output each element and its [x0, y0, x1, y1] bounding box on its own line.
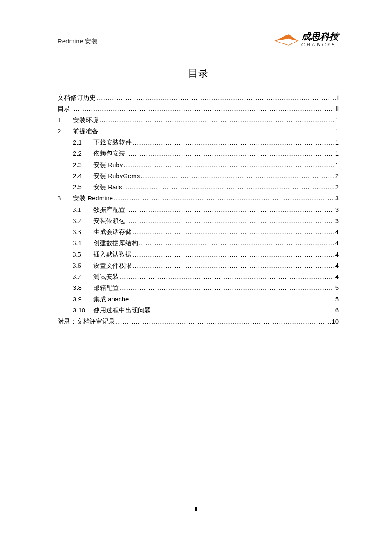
company-logo: 成思科技 CHANCES [274, 32, 339, 47]
toc-entry[interactable]: 2.5安装 Rails2 [58, 182, 339, 193]
toc-leader-dots [129, 294, 334, 305]
toc-entry-page: 3 [334, 193, 339, 204]
toc-entry[interactable]: 2.4安装 RubyGems2 [58, 171, 339, 182]
toc-entry-page: 4 [334, 226, 339, 237]
toc-entry-label: 前提准备 [73, 126, 98, 137]
toc-entry[interactable]: 3.9集成 apache5 [58, 294, 339, 305]
toc-leader-dots [125, 204, 334, 215]
toc-entry-page: ii [335, 103, 339, 114]
toc-entry-page: 3 [334, 204, 339, 215]
toc-entry-label: 邮箱配置 [93, 282, 119, 293]
toc-entry-label: 安装 Ruby [93, 159, 123, 171]
toc-entry-number: 3.5 [73, 249, 93, 260]
toc-entry-number: 1 [58, 115, 73, 126]
toc-entry-label: 设置文件权限 [93, 260, 132, 271]
toc-entry-number: 3.9 [73, 294, 93, 305]
toc-leader-dots [132, 226, 334, 237]
toc-leader-dots [96, 92, 337, 103]
toc-leader-dots [132, 137, 334, 148]
toc-entry[interactable]: 2.2依赖包安装 1 [58, 148, 339, 159]
header-title: Redmine 安装 [58, 38, 98, 47]
toc-entry-number: 2.5 [73, 182, 93, 193]
toc-entry-label: 附录：文档评审记录 [58, 316, 115, 327]
toc-leader-dots [125, 215, 334, 226]
toc-entry-number: 3.10 [73, 305, 93, 316]
toc-entry-page: 6 [334, 305, 339, 316]
toc-entry-number: 3.6 [73, 260, 93, 271]
toc-leader-dots [140, 171, 334, 182]
toc-heading: 目录 [58, 66, 339, 80]
toc-entry-number: 2 [58, 126, 73, 137]
toc-entry[interactable]: 2.3安装 Ruby 1 [58, 159, 339, 171]
toc-entry-page: 2 [334, 171, 339, 182]
toc-entry-page: 5 [334, 294, 339, 305]
toc-leader-dots [138, 237, 334, 249]
toc-entry-label: 数据库配置 [93, 204, 125, 215]
toc-entry-page: 4 [334, 271, 339, 282]
toc-entry-label: 依赖包安装 [93, 148, 125, 159]
toc-entry[interactable]: 3.6设置文件权限4 [58, 260, 339, 271]
toc-leader-dots [132, 260, 334, 271]
toc-leader-dots [123, 159, 334, 171]
toc-entry-label: 安装 RubyGems [93, 171, 140, 182]
toc-leader-dots [132, 249, 334, 260]
toc-entry-number: 2.4 [73, 171, 93, 182]
toc-leader-dots [98, 115, 334, 126]
toc-entry[interactable]: 3.7测试安装4 [58, 271, 339, 282]
toc-entry-page: 1 [334, 159, 339, 171]
toc-entry[interactable]: 3.4创建数据库结构4 [58, 237, 339, 249]
toc-entry-page: 4 [334, 260, 339, 271]
toc-entry-page: 1 [334, 148, 339, 159]
toc-entry-page: 1 [334, 115, 339, 126]
page-header: Redmine 安装 成思科技 CHANCES [58, 32, 339, 49]
toc-leader-dots [122, 182, 334, 193]
page-number-footer: ii [0, 506, 392, 512]
toc-entry[interactable]: 3.2安装依赖包3 [58, 215, 339, 226]
toc-entry-label: 生成会话存储 [93, 226, 132, 237]
toc-entry[interactable]: 3安装 Redmine3 [58, 193, 339, 204]
toc-entry-number: 2.3 [73, 159, 93, 171]
toc-entry-label: 安装依赖包 [93, 215, 125, 226]
toc-entry[interactable]: 文档修订历史i [58, 92, 339, 103]
toc-entry-number: 3.2 [73, 215, 93, 226]
toc-entry[interactable]: 3.3生成会话存储4 [58, 226, 339, 237]
toc-entry-page: 10 [331, 316, 339, 327]
document-page: Redmine 安装 成思科技 CHANCES 目录 文档修订历史i目录ii1安… [0, 0, 392, 327]
toc-entry-number: 2.2 [73, 148, 93, 159]
toc-entry-number: 3.3 [73, 226, 93, 237]
toc-entry[interactable]: 3.5插入默认数据4 [58, 249, 339, 260]
toc-entry-page: i [337, 92, 339, 103]
toc-entry-label: 安装 Redmine [73, 193, 113, 204]
toc-leader-dots [119, 282, 334, 293]
toc-entry[interactable]: 3.8邮箱配置 5 [58, 282, 339, 293]
toc-leader-dots [113, 193, 334, 204]
toc-entry-label: 插入默认数据 [93, 249, 132, 260]
toc-entry[interactable]: 3.10使用过程中出现问题 6 [58, 305, 339, 316]
toc-entry-number: 3.1 [73, 204, 93, 215]
toc-entry[interactable]: 2前提准备1 [58, 126, 339, 137]
toc-entry-number: 2.1 [73, 137, 93, 148]
logo-text: 成思科技 CHANCES [301, 32, 339, 47]
toc-entry-page: 2 [334, 182, 339, 193]
toc-entry-label: 文档修订历史 [58, 92, 96, 103]
toc-leader-dots [98, 126, 334, 137]
toc-entry[interactable]: 3.1数据库配置3 [58, 204, 339, 215]
toc-entry-label: 下载安装软件 [93, 137, 132, 148]
toc-entry-number: 3.4 [73, 237, 93, 249]
toc-entry[interactable]: 2.1下载安装软件 1 [58, 137, 339, 148]
toc-leader-dots [70, 103, 335, 114]
toc-entry[interactable]: 目录ii [58, 103, 339, 114]
toc-leader-dots [119, 271, 334, 282]
toc-entry[interactable]: 附录：文档评审记录10 [58, 316, 339, 327]
toc-leader-dots [125, 148, 334, 159]
toc-entry-page: 4 [334, 237, 339, 249]
toc-leader-dots [151, 305, 334, 316]
toc-entry-number: 3 [58, 193, 73, 204]
toc-entry-number: 3.8 [73, 282, 93, 293]
toc-entry-label: 集成 apache [93, 294, 129, 305]
toc-entry-number: 3.7 [73, 271, 93, 282]
table-of-contents: 文档修订历史i目录ii1安装环境12前提准备12.1下载安装软件 12.2依赖包… [58, 92, 339, 327]
toc-entry-label: 安装 Rails [93, 182, 122, 193]
toc-leader-dots [115, 316, 331, 327]
toc-entry[interactable]: 1安装环境1 [58, 115, 339, 126]
